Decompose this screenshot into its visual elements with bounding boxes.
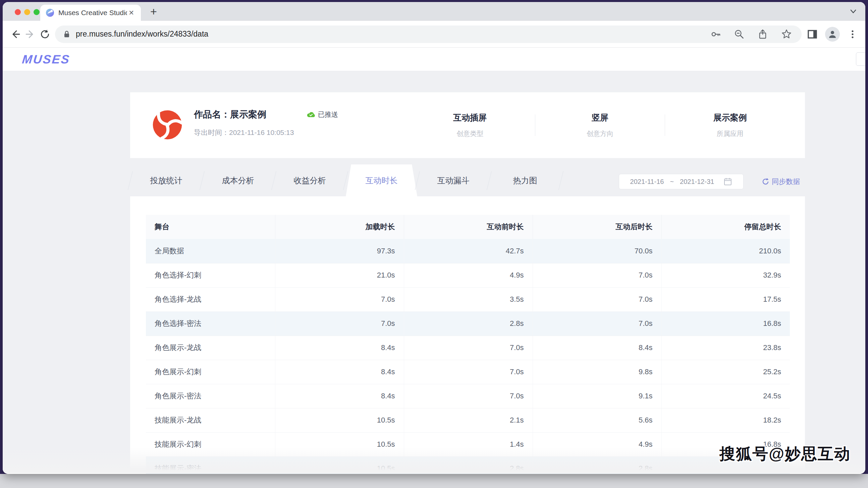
work-logo xyxy=(152,109,183,141)
cell-pre: 4.9s xyxy=(404,263,533,287)
cell-total: 23.8s xyxy=(661,336,790,360)
table-row: 技能展示-密法10.5s2.8s2.8s xyxy=(146,456,790,474)
col-total-stay-duration: 停留总时长 xyxy=(661,215,790,239)
cell-load: 7.0s xyxy=(275,312,404,336)
zoom-out-icon[interactable] xyxy=(734,29,745,39)
key-icon[interactable] xyxy=(710,29,721,39)
stat-value: 互动插屏 xyxy=(405,112,535,123)
cell-total: 17.5s xyxy=(661,287,790,312)
muses-logo[interactable]: MUSES xyxy=(22,52,71,66)
cell-pre: 2.8s xyxy=(404,312,533,336)
three-dot-menu-icon xyxy=(847,29,858,39)
tab-strip: Muses Creative Studio ✕ + xyxy=(3,2,865,21)
cell-load: 10.5s xyxy=(275,408,404,432)
forward-icon xyxy=(24,28,36,40)
tab-cost-analysis[interactable]: 成本分析 xyxy=(202,165,274,196)
share-icon[interactable] xyxy=(757,29,768,39)
cell-post: 4.9s xyxy=(533,432,661,456)
cell-post: 9.1s xyxy=(533,384,661,408)
export-time: 导出时间：2021-11-16 10:05:13 xyxy=(194,128,338,137)
cell-total: 24.5s xyxy=(661,384,790,408)
stat-label: 创意方向 xyxy=(535,129,665,138)
new-tab-button[interactable]: + xyxy=(148,4,160,19)
header-partial-control[interactable] xyxy=(856,52,865,66)
site-header: MUSES xyxy=(3,48,865,71)
tab-title: Muses Creative Studio xyxy=(58,9,127,17)
work-info-card: 作品名： 展示案例 已推送 导出时间：2021-11-16 10:05:13 xyxy=(130,92,805,158)
tab-interaction-duration[interactable]: 互动时长 xyxy=(346,165,417,196)
sync-label: 同步数据 xyxy=(772,177,800,186)
cell-pre: 7.0s xyxy=(404,384,533,408)
cell-pre: 2.1s xyxy=(404,408,533,432)
cell-post: 70.0s xyxy=(533,239,661,263)
reload-button[interactable] xyxy=(37,27,52,41)
profile-avatar[interactable] xyxy=(825,27,840,41)
side-panel-button[interactable] xyxy=(805,27,820,41)
close-window-button[interactable] xyxy=(15,9,21,15)
cell-load: 10.5s xyxy=(275,456,404,474)
cell-stage: 技能展示-幻刺 xyxy=(146,432,275,456)
cell-stage: 全局数据 xyxy=(146,239,275,263)
stat-value: 展示案例 xyxy=(665,112,795,123)
tab-delivery-stats[interactable]: 投放统计 xyxy=(130,165,202,196)
date-end: 2021-12-31 xyxy=(680,178,714,185)
reload-icon xyxy=(39,28,51,40)
table-container: 舞台 加载时长 互动前时长 互动后时长 停留总时长 全局数据97.3s42.7s… xyxy=(130,196,805,473)
back-button[interactable] xyxy=(8,27,23,41)
forward-button[interactable] xyxy=(23,27,37,41)
watermark: 搜狐号@妙思互动 xyxy=(719,443,850,464)
favicon-icon xyxy=(45,8,54,17)
date-start: 2021-11-16 xyxy=(630,178,664,185)
col-pre-interaction-duration: 互动前时长 xyxy=(404,215,533,239)
side-panel-icon xyxy=(806,28,818,40)
sync-icon xyxy=(761,177,769,185)
stat-label: 创意类型 xyxy=(405,129,535,138)
calendar-icon xyxy=(723,177,732,186)
cell-post: 8.4s xyxy=(533,336,661,360)
cell-stage: 角色展示-密法 xyxy=(146,384,275,408)
cell-total: 16.8s xyxy=(661,312,790,336)
tab-heatmap[interactable]: 热力图 xyxy=(489,165,561,196)
table-row: 技能展示-幻刺10.5s1.4s4.9s16.8s xyxy=(146,432,790,456)
cell-pre: 2.8s xyxy=(404,456,533,474)
cell-pre: 42.7s xyxy=(404,239,533,263)
work-name: 展示案例 xyxy=(230,108,266,120)
cell-post: 7.0s xyxy=(533,287,661,312)
browser-menu-button[interactable] xyxy=(845,27,860,41)
stat-creative-direction: 竖屏 创意方向 xyxy=(535,112,665,138)
stat-label: 所属应用 xyxy=(665,129,795,138)
maximize-window-button[interactable] xyxy=(34,9,39,15)
cell-load: 7.0s xyxy=(275,287,404,312)
browser-toolbar: pre.muses.fun/index/works/24833/data xyxy=(3,21,865,48)
cell-stage: 角色展示-幻刺 xyxy=(146,360,275,384)
work-stats: 互动插屏 创意类型 竖屏 创意方向 展示案例 所属应用 xyxy=(405,92,795,158)
sync-data-button[interactable]: 同步数据 xyxy=(761,177,800,186)
tab-revenue-analysis[interactable]: 收益分析 xyxy=(274,165,345,196)
cell-stage: 角色选择-幻刺 xyxy=(146,263,275,287)
date-range-input[interactable]: 2021-11-16 ~ 2021-12-31 xyxy=(619,174,744,189)
cell-stage: 角色选择-龙战 xyxy=(146,287,275,312)
table-row: 全局数据97.3s42.7s70.0s210.0s xyxy=(146,239,790,263)
tab-interaction-funnel[interactable]: 互动漏斗 xyxy=(417,165,489,196)
minimize-window-button[interactable] xyxy=(24,9,30,15)
table-row: 角色展示-密法8.4s7.0s9.1s24.5s xyxy=(146,384,790,408)
cell-load: 8.4s xyxy=(275,360,404,384)
cell-load: 97.3s xyxy=(275,239,404,263)
bookmark-star-icon[interactable] xyxy=(781,29,792,40)
cell-pre: 3.5s xyxy=(404,287,533,312)
pushed-badge-label: 已推送 xyxy=(318,110,338,119)
person-icon xyxy=(828,29,837,39)
cell-stage: 角色选择-密法 xyxy=(146,312,275,336)
table-row: 角色选择-密法7.0s2.8s7.0s16.8s xyxy=(146,312,790,336)
cell-total: 25.2s xyxy=(661,360,790,384)
cell-stage: 技能展示-密法 xyxy=(146,456,275,474)
address-bar[interactable]: pre.muses.fun/index/works/24833/data xyxy=(55,26,802,43)
browser-tab[interactable]: Muses Creative Studio ✕ xyxy=(40,5,141,21)
date-separator: ~ xyxy=(670,178,674,185)
cell-load: 21.0s xyxy=(275,263,404,287)
stat-owning-app: 展示案例 所属应用 xyxy=(665,112,795,138)
tab-close-icon[interactable]: ✕ xyxy=(127,9,135,17)
cell-pre: 1.4s xyxy=(404,432,533,456)
chevron-down-icon[interactable] xyxy=(848,7,858,16)
cell-stage: 技能展示-龙战 xyxy=(146,408,275,432)
